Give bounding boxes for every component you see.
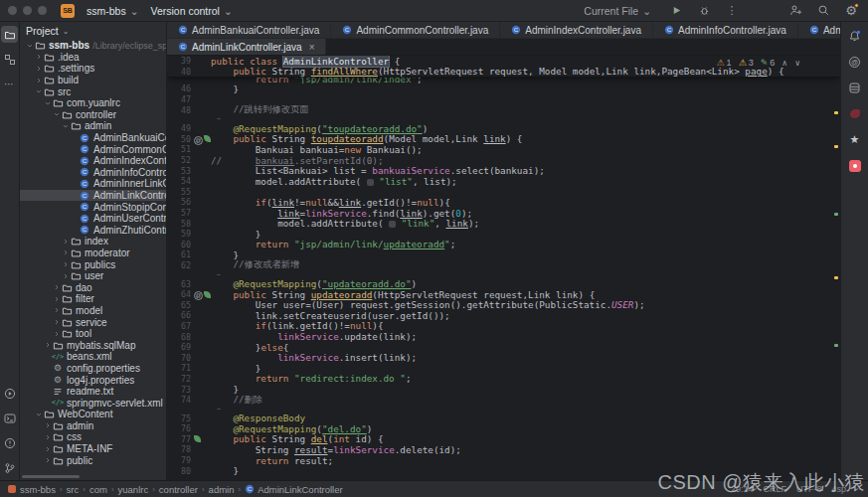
code-line[interactable]: 63 @RequestMapping("updateoradd.do") [167,278,840,289]
status-widget[interactable]: 29:14 [731,484,754,494]
inspections-widget[interactable]: ⚠1⚠3✎6∧∨ [717,58,800,68]
code-line[interactable]: 78 String result=linkService.delete(id); [167,444,840,455]
editor-tab[interactable]: CAdminInfoController.java [653,22,798,38]
code-line[interactable]: 48 //跳转到修改页面 [167,104,840,115]
chevron-right-icon[interactable] [43,341,52,349]
plugin-star-icon[interactable]: ★ [846,131,863,148]
status-widget[interactable]: 4sp [831,484,846,494]
chevron-right-icon[interactable] [43,433,52,441]
tree-item[interactable]: build [20,75,166,86]
project-folder-icon[interactable] [1,26,18,43]
editor-tab-active[interactable]: CAdminLinkController.java× [167,39,326,55]
tree-item[interactable]: CAdminInfoController [20,167,166,179]
error-stripe-mark[interactable] [834,213,838,216]
tree-item[interactable]: CAdminInnerLinkControll [20,178,166,190]
profiler-blob-icon[interactable] [846,105,863,122]
tree-item[interactable]: src [20,85,166,97]
tree-item[interactable]: com.yuanlrc [20,97,166,109]
more-dots-icon[interactable]: ⋯ [1,76,18,92]
editor-tab[interactable]: CAdminIndexController.java [500,22,653,38]
tree-item[interactable]: META-INF [20,443,166,455]
code-line[interactable]: 68 linkService.update(link); [167,331,840,342]
code-with-me-icon[interactable] [786,2,804,20]
tree-item[interactable]: css [20,431,166,443]
tree-item[interactable]: CAdminCommonControll [20,143,166,155]
code-line[interactable]: 46 } [167,83,840,94]
tree-item[interactable]: .settings [20,63,166,75]
terminal-icon[interactable] [1,410,18,426]
ai-assistant-at-icon[interactable]: @ [846,54,863,71]
tree-item[interactable]: controller [20,109,166,121]
chevron-right-icon[interactable] [52,330,61,338]
code-line[interactable]: 52// bankuai.setParentId(0); [167,155,840,166]
chevron-right-icon[interactable] [34,65,43,73]
code-line[interactable]: 70 linkService.insert(link); [167,352,840,363]
minimize-window-icon[interactable] [23,6,32,15]
chevron-right-icon[interactable] [43,456,52,464]
breadcrumb-item[interactable]: admin [209,484,235,495]
tree-item[interactable]: moderator [20,248,166,259]
error-stripe-mark[interactable] [834,276,838,279]
project-name-button[interactable]: ssm-bbs ⌄ [81,3,145,19]
tree-item[interactable]: tool [20,328,166,340]
chevron-right-icon[interactable] [34,53,43,61]
chevron-right-icon[interactable] [52,295,61,303]
chevron-down-icon[interactable] [25,42,34,50]
structure-boxes-icon[interactable] [1,51,18,68]
tree-item[interactable]: public [20,454,166,466]
code-line[interactable]: 66 link.setCreateuserid(user.getId()); [167,310,840,321]
tree-item[interactable]: CAdminStopipController [20,201,166,213]
run-button[interactable] [667,2,685,20]
tree-item[interactable]: admin [20,420,166,432]
breadcrumb-item[interactable]: ssm-bbs [20,484,56,495]
horizontal-scrollbar[interactable] [22,475,80,478]
breadcrumb-item[interactable]: CAdminLinkController [245,484,343,495]
tree-item[interactable]: </>springmvc-servlet.xml [20,397,166,409]
error-stripe-mark[interactable] [834,111,838,114]
breadcrumb-item[interactable]: yuanlrc [118,484,149,495]
chevron-right-icon[interactable] [43,421,52,429]
tree-item[interactable]: CAdminZhutiController [20,225,166,237]
code-line[interactable]: 60 return "jsp/admin/link/updateoradd"; [167,240,840,250]
status-widget[interactable]: UTF-8 [796,484,822,494]
tree-item[interactable]: .idea [20,52,166,64]
tree-item[interactable]: ssm-bbs/Library/eclipse_space/jsp+s [20,40,166,52]
chevron-right-icon[interactable] [52,318,61,326]
git-branch-icon[interactable] [1,459,18,476]
code-editor[interactable]: ⚠1⚠3✎6∧∨ 39public class AdminLinkControl… [167,56,840,480]
tree-item[interactable]: ⚙config.properties [20,363,166,375]
tree-item[interactable]: model [20,305,166,317]
chevron-right-icon[interactable] [52,283,61,291]
prev-problem-icon[interactable]: ∧ [781,59,787,68]
breadcrumb-item[interactable]: src [67,484,80,495]
version-control-button[interactable]: Version control ⌄ [145,3,239,19]
chevron-right-icon[interactable] [34,77,43,84]
chevron-right-icon[interactable] [61,238,70,246]
tree-item[interactable]: service [20,316,166,328]
more-actions-icon[interactable]: ⋮ [723,2,741,20]
tree-item[interactable]: mybatis.sqlMap [20,339,166,351]
database-icon[interactable] [846,80,863,96]
debug-button[interactable] [695,2,713,20]
maximize-window-icon[interactable] [38,6,47,15]
code-line[interactable]: 49 @RequestMapping("toupdateoradd.do") [167,123,840,134]
code-line[interactable]: 53 List<Bankuai> list = bankuaiService.s… [167,165,840,176]
request-mapping-gutter-icon[interactable]: @ [194,288,203,300]
code-line[interactable]: 58 model.addAttribute( "link", link); [167,218,840,229]
warning-indicator[interactable]: ⚠1 [717,58,732,68]
settings-gear-icon[interactable]: ⚙ [842,2,860,20]
editor-tab[interactable]: CAdminBankuaiController.java [167,22,331,38]
problems-icon[interactable] [1,434,18,451]
breadcrumb-item[interactable]: com [89,484,107,495]
code-line[interactable]: 72 return "redirect:index.do "; [167,374,840,385]
tree-item[interactable]: ⚙log4j.properties [20,374,166,386]
tree-item[interactable]: admin [20,120,166,132]
code-line[interactable]: 57 link=linkService.find(link).get(0); [167,208,840,219]
tree-item[interactable]: CAdminBankuaiControlle [20,132,166,144]
status-widget[interactable]: CRLF [763,484,786,494]
close-window-icon[interactable] [8,6,17,15]
code-line[interactable]: 79 return result; [167,455,840,466]
code-line[interactable]: 69 }else{ [167,342,840,353]
code-line[interactable]: 51 Bankuai bankuai=new Bankuai(); [167,144,840,155]
next-problem-icon[interactable]: ∨ [794,59,800,68]
